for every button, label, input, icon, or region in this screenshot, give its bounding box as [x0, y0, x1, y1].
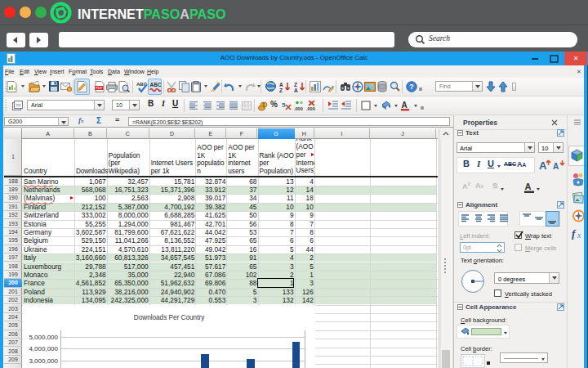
svg-text:.000: .000	[306, 106, 315, 111]
svg-text:A: A	[539, 159, 547, 172]
svg-text:x: x	[577, 231, 581, 240]
svg-text:A: A	[294, 88, 298, 93]
svg-text:A: A	[553, 162, 559, 171]
svg-text:PDF: PDF	[96, 86, 103, 90]
svg-text:A: A	[279, 82, 283, 88]
svg-text:f: f	[572, 227, 577, 240]
svg-text:$: $	[262, 102, 265, 107]
svg-text:A: A	[402, 101, 408, 110]
svg-text:A: A	[525, 182, 532, 191]
svg-text:.000: .000	[294, 106, 303, 111]
svg-text:5: 5	[282, 101, 286, 109]
svg-text:Z: Z	[294, 82, 297, 88]
svg-text:Z: Z	[279, 88, 283, 93]
svg-text:?: ?	[409, 83, 414, 91]
svg-text:ABC: ABC	[150, 82, 162, 88]
